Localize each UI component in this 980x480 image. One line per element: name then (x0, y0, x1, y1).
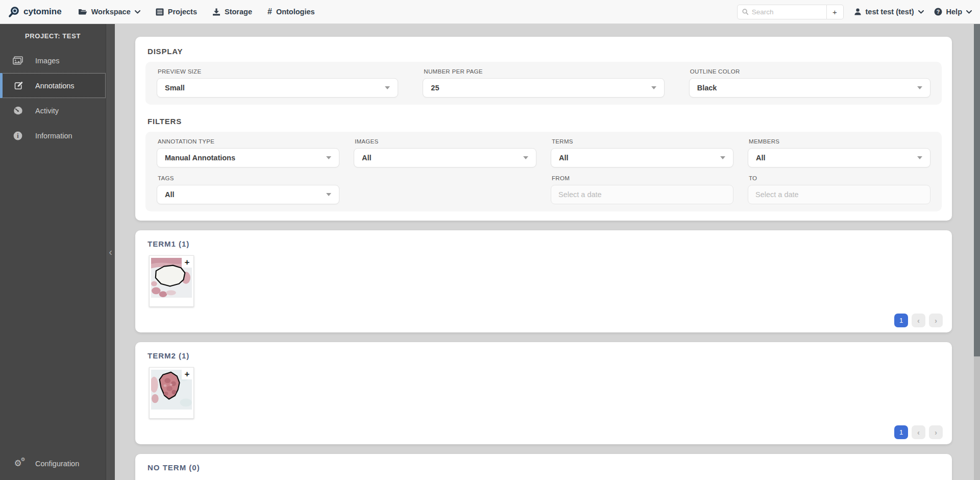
images-filter-select[interactable]: All (354, 148, 536, 167)
outline-color-label: OUTLINE COLOR (690, 68, 930, 75)
images-filter-label: IMAGES (355, 138, 536, 145)
terms-filter-value: All (559, 154, 569, 162)
annotation-type-field: ANNOTATION TYPE Manual Annotations (157, 137, 339, 167)
term1-pagination: 1 ‹ › (145, 314, 944, 327)
activity-gauge-icon (13, 106, 23, 115)
hash-icon: # (267, 7, 272, 16)
outline-color-value: Black (697, 84, 717, 92)
menu-item-workspace[interactable]: Workspace (78, 8, 140, 16)
sidebar-item-label: Information (35, 132, 72, 140)
next-page-button[interactable]: › (929, 314, 943, 327)
chevron-right-icon: › (935, 428, 937, 437)
page-scrollbar[interactable] (974, 24, 980, 480)
main-menu: Workspace Projects Storage # Ontologies (78, 7, 315, 16)
chevron-right-icon: › (935, 316, 937, 325)
magnifier-logo-icon (8, 6, 20, 18)
caret-down-icon (651, 86, 656, 89)
menu-item-storage[interactable]: Storage (212, 8, 252, 16)
annotation-type-value: Manual Annotations (165, 154, 235, 162)
sidebar-item-configuration[interactable]: ⚙⚙ Configuration (0, 451, 106, 476)
scrollbar-thumb[interactable] (974, 24, 980, 356)
from-date-field: FROM (551, 174, 733, 204)
folder-open-icon (78, 8, 87, 16)
menu-label: Ontologies (276, 8, 315, 16)
preview-size-select[interactable]: Small (157, 78, 398, 98)
page-button-1[interactable]: 1 (894, 314, 908, 327)
annotations-page: DISPLAY PREVIEW SIZE Small NUMBER PER PA… (115, 24, 974, 480)
menu-item-ontologies[interactable]: # Ontologies (267, 7, 315, 16)
members-filter-label: MEMBERS (749, 138, 930, 145)
filters-spacer (354, 174, 536, 204)
annotation-thumbnail-term1[interactable]: + (149, 255, 194, 307)
tags-filter-label: TAGS (158, 175, 339, 181)
no-term-section-card: NO TERM (0) (135, 454, 952, 480)
images-icon (13, 56, 23, 65)
caret-down-icon (523, 156, 528, 159)
display-filters-card: DISPLAY PREVIEW SIZE Small NUMBER PER PA… (135, 37, 952, 221)
help-label: Help (946, 8, 962, 16)
number-per-page-label: NUMBER PER PAGE (424, 68, 664, 75)
add-annotation-term-button[interactable]: + (182, 257, 192, 268)
user-name-label: test test (test) (866, 8, 914, 16)
sidebar-collapse-handle[interactable]: ‹ (106, 24, 115, 480)
preview-size-label: PREVIEW SIZE (158, 68, 398, 75)
menu-item-projects[interactable]: Projects (156, 8, 197, 16)
tags-filter-value: All (165, 190, 175, 199)
annotation-thumbnail-term2[interactable]: + (149, 367, 194, 419)
annotations-icon (14, 81, 23, 90)
number-per-page-select[interactable]: 25 (423, 78, 664, 98)
storage-download-icon (212, 8, 220, 16)
annotation-type-label: ANNOTATION TYPE (158, 138, 339, 145)
add-workspace-button[interactable]: + (827, 5, 844, 19)
caret-down-icon (720, 156, 725, 159)
help-icon: ? (934, 8, 942, 16)
user-menu[interactable]: test test (test) (854, 8, 924, 16)
brand-name: cytomine (23, 7, 62, 17)
navbar-right: + test test (test) ? Help (737, 5, 972, 19)
caret-down-icon (385, 86, 390, 89)
outline-color-select[interactable]: Black (689, 78, 930, 98)
terms-filter-select[interactable]: All (551, 148, 733, 167)
add-annotation-term-button[interactable]: + (182, 369, 192, 379)
sidebar-item-activity[interactable]: Activity (0, 98, 106, 123)
images-filter-field: IMAGES All (354, 137, 536, 167)
terms-filter-field: TERMS All (551, 137, 733, 167)
project-sidebar: PROJECT: TEST Images Annotations (0, 24, 115, 480)
sidebar-item-information[interactable]: i Information (0, 123, 106, 148)
from-date-input[interactable] (551, 185, 733, 204)
annotation-type-select[interactable]: Manual Annotations (157, 148, 339, 167)
next-page-button[interactable]: › (929, 425, 943, 439)
search-icon (742, 8, 748, 15)
caret-down-icon (326, 193, 331, 196)
sidebar-item-annotations[interactable]: Annotations (0, 73, 106, 98)
search-input[interactable] (752, 8, 822, 16)
to-date-input[interactable] (748, 185, 930, 204)
sidebar-item-label: Configuration (35, 460, 79, 468)
display-heading: DISPLAY (148, 47, 942, 56)
project-title: PROJECT: TEST (0, 24, 106, 48)
projects-list-icon (156, 8, 164, 16)
previous-page-button[interactable]: ‹ (912, 425, 925, 439)
caret-down-icon (917, 156, 922, 159)
sidebar-item-images[interactable]: Images (0, 48, 106, 73)
page-button-1[interactable]: 1 (894, 425, 908, 439)
question-mark-glyph: ? (936, 9, 939, 15)
display-panel: PREVIEW SIZE Small NUMBER PER PAGE 25 OU… (145, 62, 942, 105)
help-menu[interactable]: ? Help (934, 8, 972, 16)
preview-size-value: Small (165, 84, 185, 92)
search-box (737, 5, 827, 19)
to-date-label: TO (749, 175, 930, 181)
preview-size-field: PREVIEW SIZE Small (157, 67, 398, 98)
outline-color-field: OUTLINE COLOR Black (689, 67, 930, 98)
tags-filter-select[interactable]: All (157, 185, 339, 204)
top-navbar: cytomine Workspace Projects (0, 0, 980, 24)
members-filter-select[interactable]: All (748, 148, 930, 167)
information-icon: i (13, 131, 22, 140)
cytomine-logo[interactable]: cytomine (8, 6, 62, 18)
previous-page-button[interactable]: ‹ (912, 314, 925, 327)
term2-section-card: TERM2 (1) + 1 ‹ (135, 342, 952, 444)
term2-pagination: 1 ‹ › (145, 425, 944, 439)
user-icon (854, 8, 862, 16)
filters-heading: FILTERS (148, 117, 942, 126)
term1-heading: TERM1 (1) (148, 239, 944, 248)
